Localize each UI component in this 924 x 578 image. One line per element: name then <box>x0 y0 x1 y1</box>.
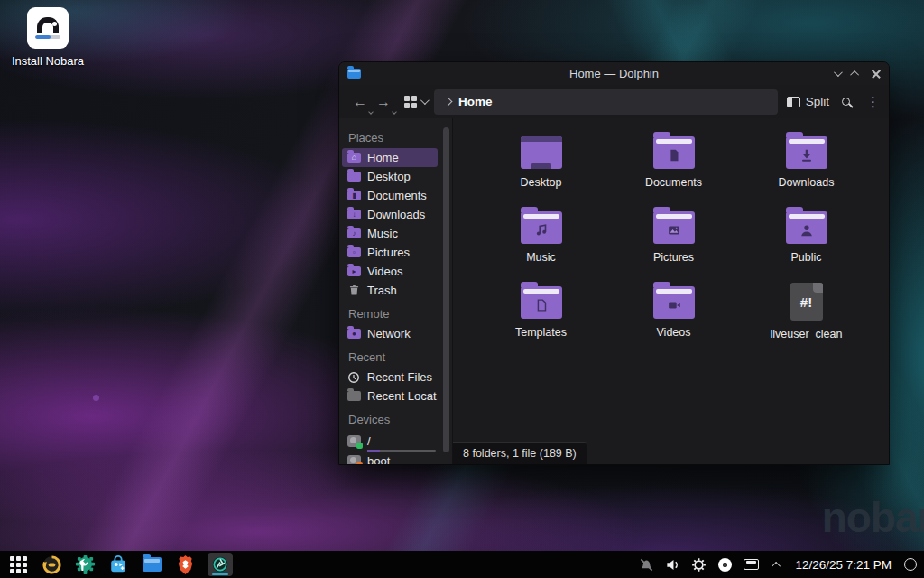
clock[interactable]: 12/26/25 7:21 PM <box>795 558 892 572</box>
input-window-icon[interactable] <box>743 556 759 573</box>
brave-shield-icon <box>176 555 195 575</box>
status-bar: 8 folders, 1 file (189 B) <box>453 442 587 464</box>
nobara-logo-icon <box>37 17 59 33</box>
shopping-bag-icon <box>108 555 128 574</box>
app-launcher-button[interactable] <box>7 554 29 575</box>
desktop-folder-icon <box>347 172 361 182</box>
sidebar-scrollbar[interactable] <box>443 127 449 452</box>
file-manager-icon <box>143 557 162 572</box>
sidebar-item-downloads[interactable]: ↓ Downloads <box>342 205 438 224</box>
titlebar[interactable]: Home — Dolphin <box>339 62 889 85</box>
active-indicator <box>212 573 228 575</box>
location-bar[interactable]: Home <box>434 89 778 115</box>
folder-icon-templates <box>521 286 562 319</box>
sidebar-item-trash[interactable]: Trash <box>342 281 438 300</box>
file-item-desktop[interactable]: Desktop <box>475 129 607 204</box>
split-button[interactable]: Split <box>787 95 829 108</box>
dolphin-taskbar-button[interactable] <box>141 554 162 575</box>
notifications-muted-icon[interactable] <box>638 556 654 573</box>
view-mode-icon[interactable] <box>404 96 417 108</box>
update-arrow-icon <box>42 555 62 575</box>
driver-manager-button[interactable] <box>74 554 96 575</box>
taskbar: 12/26/25 7:21 PM <box>0 551 924 578</box>
file-item-downloads[interactable]: Downloads <box>740 129 873 204</box>
sidebar-item-network[interactable]: ● Network <box>342 324 438 343</box>
folder-icon-public <box>786 211 827 244</box>
folder-icon-videos <box>653 286 695 319</box>
settings-gear-icon[interactable] <box>690 556 707 573</box>
documents-folder-icon: ▮ <box>347 191 361 200</box>
show-desktop-button[interactable] <box>904 558 917 571</box>
sidebar-item-recent-files[interactable]: Recent Files <box>342 368 438 387</box>
sidebar-item-videos[interactable]: ▸ Videos <box>342 262 438 281</box>
breadcrumb-home[interactable]: Home <box>458 95 493 108</box>
sidebar-item-documents[interactable]: ▮ Documents <box>342 186 438 205</box>
maximize-icon[interactable] <box>850 70 859 79</box>
back-button[interactable]: ← <box>348 93 372 111</box>
places-panel: Places ⌂ Home Desktop ▮ Documents ↓ <box>339 118 453 464</box>
folder-icon-pictures <box>653 211 695 244</box>
music-folder-icon: ♪ <box>347 228 361 238</box>
screen-recorder-button[interactable] <box>208 553 233 576</box>
sidebar-item-music[interactable]: ♪ Music <box>342 224 438 243</box>
record-disc-icon[interactable] <box>716 556 733 573</box>
trash-icon <box>347 284 361 296</box>
section-remote: Remote <box>339 300 440 324</box>
disk-icon <box>347 435 361 447</box>
folder-icon-downloads <box>786 136 827 169</box>
clock-icon <box>347 371 361 384</box>
volume-icon[interactable] <box>664 556 680 573</box>
sidebar-item-boot[interactable]: boot <box>342 452 438 464</box>
pictures-folder-icon: ▫ <box>347 247 361 257</box>
sidebar-item-home[interactable]: ⌂ Home <box>342 148 438 167</box>
downloads-folder-icon: ↓ <box>347 210 361 219</box>
discover-store-button[interactable] <box>107 554 129 575</box>
view-mode-chevron-icon[interactable] <box>420 96 430 105</box>
window-title: Home — Dolphin <box>339 67 889 80</box>
file-item-pictures[interactable]: Pictures <box>607 204 740 279</box>
home-folder-icon: ⌂ <box>347 153 361 163</box>
sidebar-item-root-fs[interactable]: / <box>342 430 438 452</box>
shell-script-icon: #! <box>790 283 823 321</box>
search-icon[interactable] <box>842 98 850 106</box>
shortcut-label: Install Nobara <box>7 54 88 68</box>
brave-browser-button[interactable] <box>174 554 196 575</box>
videos-folder-icon: ▸ <box>347 266 361 276</box>
section-recent: Recent <box>339 343 440 368</box>
sidebar-item-recent-locations[interactable]: Recent Locat… <box>342 387 438 406</box>
overflow-menu-icon[interactable]: ⋮ <box>866 95 880 108</box>
expand-tray-icon[interactable] <box>769 556 785 573</box>
file-item-liveuser-clean[interactable]: #! liveuser_clean <box>740 279 873 354</box>
file-item-documents[interactable]: Documents <box>607 129 740 204</box>
close-icon[interactable] <box>872 70 881 79</box>
file-item-videos[interactable]: Videos <box>607 279 740 354</box>
install-nobara-shortcut[interactable]: Install Nobara <box>7 7 88 68</box>
folder-view[interactable]: Desktop Documents Downloads <box>453 118 889 464</box>
nobara-updater-button[interactable] <box>41 554 62 575</box>
file-item-templates[interactable]: Templates <box>475 279 607 354</box>
disk-icon <box>347 455 361 464</box>
toolbar: ← → Home Split ⋮ <box>339 85 889 118</box>
file-item-music[interactable]: Music <box>475 204 607 279</box>
desktop-screen: nobara Install Nobara Home — Dolphin ← → <box>0 0 924 578</box>
recent-locations-icon <box>347 391 361 401</box>
section-places: Places <box>339 124 440 148</box>
nobara-installer-icon <box>27 7 69 49</box>
sidebar-item-desktop[interactable]: Desktop <box>342 167 438 186</box>
breadcrumb-chevron-icon <box>444 98 453 107</box>
forward-button[interactable]: → <box>372 93 395 111</box>
nobara-watermark: nobara <box>822 493 924 542</box>
sidebar-item-pictures[interactable]: ▫ Pictures <box>342 243 438 262</box>
wallpaper-dot <box>93 395 99 401</box>
split-view-icon <box>787 97 800 107</box>
minimize-icon[interactable] <box>834 68 843 77</box>
installer-progress-bar <box>35 35 60 39</box>
network-icon: ● <box>347 329 361 339</box>
aperture-icon <box>211 555 229 573</box>
file-item-public[interactable]: Public <box>740 204 873 279</box>
section-devices: Devices <box>339 406 440 430</box>
folder-icon-desktop <box>521 136 562 169</box>
wrench-gear-icon <box>75 555 96 575</box>
app-grid-icon <box>10 556 27 573</box>
folder-icon-music <box>521 211 562 244</box>
